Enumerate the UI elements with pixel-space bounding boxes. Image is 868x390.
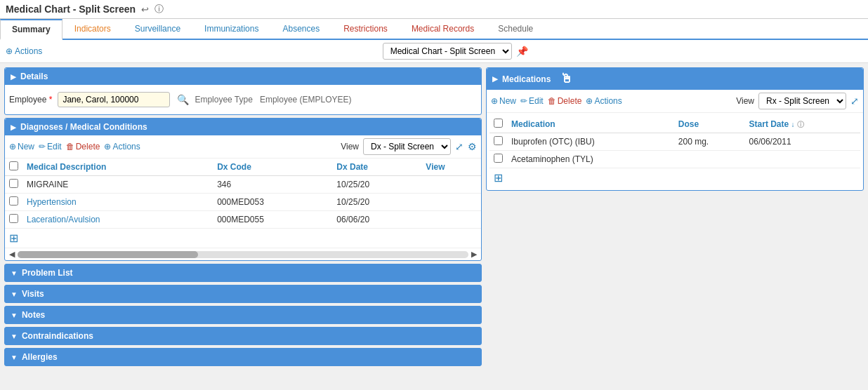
left-panel: ▶ Details Employee * 🔍 Employee Type Emp…: [4, 67, 482, 386]
contraindications-title: Contraindications: [22, 331, 93, 341]
toolbar-center: Medical Chart - Split Screen 📌: [48, 43, 862, 60]
tab-absences[interactable]: Absences: [270, 19, 331, 39]
pin-icon[interactable]: 📌: [516, 46, 528, 57]
visits-header[interactable]: ▼ Visits: [5, 285, 481, 302]
medications-header[interactable]: ▶ Medications 🖱: [487, 68, 863, 90]
tab-immunizations[interactable]: Immunizations: [192, 19, 270, 39]
med-name-2: Acetaminophen (TYL): [507, 151, 674, 168]
diagnoses-table: Medical Description Dx Code Dx Date View…: [5, 159, 481, 229]
meds-delete-button[interactable]: 🗑 Delete: [548, 96, 582, 106]
meds-col-medication[interactable]: Medication: [507, 116, 674, 133]
allergies-header[interactable]: ▼ Allergies: [5, 349, 481, 365]
config-icon[interactable]: ⚙: [468, 141, 477, 152]
allergies-section[interactable]: ▼ Allergies: [4, 348, 482, 366]
employee-search-icon[interactable]: 🔍: [177, 94, 189, 105]
details-header[interactable]: ▶ Details: [5, 68, 481, 85]
undo-icon[interactable]: ↩: [141, 4, 149, 15]
med-start-1: 06/06/2011: [745, 133, 860, 151]
allergies-title: Allergies: [22, 352, 58, 362]
details-title: Details: [20, 72, 48, 81]
chart-dropdown[interactable]: Medical Chart - Split Screen: [383, 43, 512, 60]
select-all-diagnoses[interactable]: [9, 161, 18, 170]
med-dose-2: [674, 151, 745, 168]
meds-view-dropdown[interactable]: Rx - Split Screen: [758, 93, 846, 109]
diagnoses-new-button[interactable]: ⊕ New: [9, 142, 34, 152]
meds-add-row-icon[interactable]: ⊞: [494, 172, 503, 184]
col-view: View: [421, 159, 481, 176]
scroll-left-icon[interactable]: ◀: [9, 250, 15, 259]
expand-icon[interactable]: ⤢: [455, 141, 463, 152]
diagnoses-add-row: ⊞: [5, 229, 481, 248]
diagnoses-delete-button[interactable]: 🗑 Delete: [66, 142, 100, 152]
diagnoses-scrollbar: ◀ ▶: [5, 248, 481, 260]
col-info-icon[interactable]: ⓘ: [797, 121, 804, 128]
tab-medical-records[interactable]: Medical Records: [400, 19, 486, 39]
col-dx-date[interactable]: Dx Date: [332, 159, 421, 176]
row-check-3[interactable]: [9, 214, 18, 223]
table-row: Hypertension 000MED053 10/25/20: [5, 194, 481, 211]
contraindications-header[interactable]: ▼ Contraindications: [5, 328, 481, 344]
scroll-track[interactable]: [18, 251, 468, 258]
problem-list-title: Problem List: [22, 268, 73, 278]
top-toolbar: ⊕ Actions Medical Chart - Split Screen 📌: [0, 40, 868, 63]
diagnosis-desc-2: Hypertension: [22, 194, 213, 211]
diagnoses-actions-button[interactable]: ⊕ Actions: [104, 142, 140, 152]
edit-pencil-icon: ✏: [39, 142, 46, 152]
sort-desc-icon: ↓: [791, 121, 795, 128]
app-header: Medical Chart - Split Screen ↩ ⓘ: [0, 0, 868, 19]
contraindications-section[interactable]: ▼ Contraindications: [4, 327, 482, 345]
diagnoses-edit-button[interactable]: ✏ Edit: [39, 142, 62, 152]
notes-header[interactable]: ▼ Notes: [5, 307, 481, 323]
medications-table: Medication Dose Start Date ↓ ⓘ: [489, 116, 860, 168]
tab-summary[interactable]: Summary: [0, 19, 63, 40]
table-row: Acetaminophen (TYL): [489, 151, 860, 168]
diagnoses-title: Diagnoses / Medical Conditions: [20, 122, 147, 132]
diagnoses-view-dropdown[interactable]: Dx - Split Screen: [363, 138, 451, 155]
add-row-icon[interactable]: ⊞: [9, 232, 18, 244]
col-medical-description[interactable]: Medical Description: [22, 159, 213, 176]
meds-col-start-date[interactable]: Start Date ↓ ⓘ: [745, 116, 860, 133]
meds-actions-button[interactable]: ⊕ Actions: [586, 96, 622, 106]
diagnosis-date-3: 06/06/20: [332, 211, 421, 229]
diagnoses-view-select-row: Dx - Split Screen ⤢ ⚙: [363, 138, 477, 155]
delete-trash-icon: 🗑: [66, 142, 74, 152]
app-title: Medical Chart - Split Screen: [6, 4, 136, 15]
notes-section[interactable]: ▼ Notes: [4, 306, 482, 324]
row-check-1[interactable]: [9, 179, 18, 188]
meds-edit-button[interactable]: ✏ Edit: [520, 96, 544, 106]
tab-restrictions[interactable]: Restrictions: [331, 19, 400, 39]
employee-input[interactable]: [58, 92, 170, 107]
problem-list-section[interactable]: ▼ Problem List: [4, 264, 482, 282]
med-dose-1: 200 mg.: [674, 133, 745, 151]
diagnosis-code-1: 346: [213, 176, 332, 194]
view-label: View: [341, 142, 359, 152]
tab-bar: Summary Indicators Surveillance Immuniza…: [0, 19, 868, 40]
row-check-2[interactable]: [9, 196, 18, 206]
scroll-right-icon[interactable]: ▶: [471, 250, 477, 259]
diagnosis-desc-3: Laceration/Avulsion: [22, 211, 213, 229]
med-start-2: [745, 151, 860, 168]
meds-col-dose[interactable]: Dose: [674, 116, 745, 133]
meds-expand-icon[interactable]: ⤢: [850, 95, 859, 107]
tab-indicators[interactable]: Indicators: [63, 19, 123, 39]
contraindications-chevron-icon: ▼: [11, 332, 18, 340]
problem-list-header[interactable]: ▼ Problem List: [5, 264, 481, 281]
visits-title: Visits: [22, 289, 44, 299]
tab-surveillance[interactable]: Surveillance: [123, 19, 192, 39]
medications-section: ▶ Medications 🖱 ⊕ New ✏ Edit 🗑 Delete: [486, 67, 864, 191]
diagnoses-section: ▶ Diagnoses / Medical Conditions ⊕ New ✏…: [4, 118, 482, 261]
cursor-icon: 🖱: [560, 72, 573, 86]
tab-schedule[interactable]: Schedule: [486, 19, 545, 39]
med-check-2[interactable]: [494, 154, 503, 163]
diagnoses-header[interactable]: ▶ Diagnoses / Medical Conditions: [5, 119, 481, 135]
actions-button[interactable]: ⊕ Actions: [6, 46, 42, 56]
diagnoses-toolbar: ⊕ New ✏ Edit 🗑 Delete ⊕ Actions View: [5, 135, 481, 159]
problem-list-chevron-icon: ▼: [11, 269, 18, 277]
info-icon[interactable]: ⓘ: [154, 3, 164, 15]
col-dx-code[interactable]: Dx Code: [213, 159, 332, 176]
meds-new-button[interactable]: ⊕ New: [491, 96, 516, 106]
allergies-chevron-icon: ▼: [11, 354, 18, 361]
visits-section[interactable]: ▼ Visits: [4, 285, 482, 303]
med-check-1[interactable]: [494, 136, 503, 145]
select-all-meds[interactable]: [494, 119, 503, 128]
